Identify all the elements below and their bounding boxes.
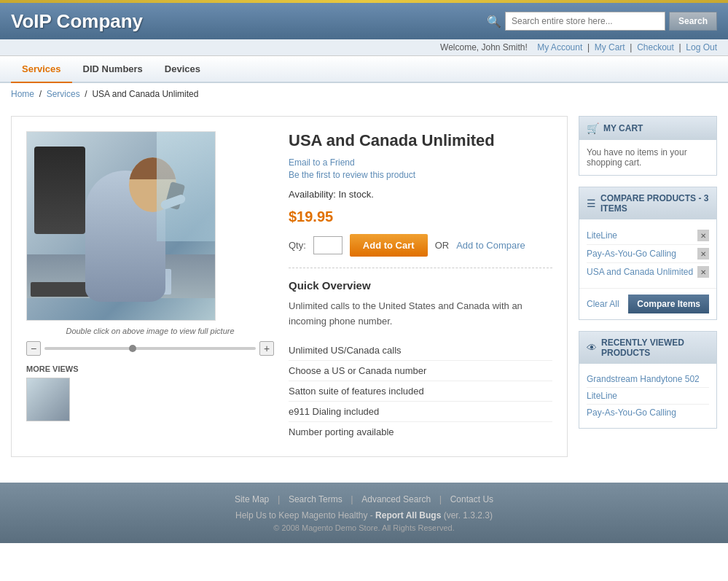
footer-report-bugs-link[interactable]: Report All Bugs bbox=[375, 510, 441, 520]
compare-item-link[interactable]: Pay-As-You-Go Calling bbox=[587, 249, 676, 259]
quick-overview-title: Quick Overview bbox=[289, 279, 552, 292]
nav-item-services[interactable]: Services bbox=[11, 56, 72, 83]
footer-sitemap-link[interactable]: Site Map bbox=[235, 494, 269, 504]
footer-separator: | bbox=[351, 494, 356, 504]
product-panel: Double click on above image to view full… bbox=[11, 116, 568, 457]
feature-list: Unlimited US/Canada calls Choose a US or… bbox=[289, 340, 552, 442]
product-image[interactable] bbox=[26, 131, 216, 321]
breadcrumb-home[interactable]: Home bbox=[11, 89, 34, 99]
logout-link[interactable]: Log Out bbox=[686, 42, 717, 52]
nav-item-did-numbers[interactable]: DID Numbers bbox=[72, 56, 154, 82]
compare-item: LiteLine ✕ bbox=[587, 227, 709, 245]
eye-icon: 👁 bbox=[587, 342, 597, 354]
recently-viewed-item: Grandstream Handytone 502 bbox=[587, 371, 709, 388]
my-cart-link[interactable]: My Cart bbox=[595, 42, 625, 52]
my-cart-body: You have no items in your shopping cart. bbox=[579, 140, 716, 175]
product-layout: Double click on above image to view full… bbox=[26, 131, 552, 442]
product-links: Email to a Friend Be the first to review… bbox=[289, 157, 552, 180]
search-icon: 🔍 bbox=[487, 15, 501, 28]
zoom-slider[interactable] bbox=[44, 347, 256, 350]
product-price: $19.95 bbox=[289, 208, 552, 225]
my-cart-title: MY CART bbox=[603, 123, 643, 133]
availability: Availability: In stock. bbox=[289, 189, 552, 200]
logo[interactable]: VoIP Company bbox=[11, 10, 143, 33]
header: VoIP Company 🔍 Search bbox=[0, 3, 728, 39]
compare-item: USA and Canada Unlimited ✕ bbox=[587, 263, 709, 281]
zoom-out-button[interactable]: − bbox=[26, 341, 41, 356]
recently-viewed-item: LiteLine bbox=[587, 388, 709, 405]
footer-contact-link[interactable]: Contact Us bbox=[450, 494, 493, 504]
footer-links: Site Map | Search Terms | Advanced Searc… bbox=[11, 494, 717, 504]
footer-separator: | bbox=[439, 494, 445, 504]
checkout-link[interactable]: Checkout bbox=[637, 42, 674, 52]
remove-compare-item-button[interactable]: ✕ bbox=[697, 230, 709, 241]
clear-all-link[interactable]: Clear All bbox=[587, 299, 619, 309]
recently-viewed-title: RECENTLY VIEWED PRODUCTS bbox=[601, 338, 709, 358]
image-caption: Double click on above image to view full… bbox=[26, 327, 274, 335]
more-views-label: MORE VIEWS bbox=[26, 364, 274, 373]
footer: Site Map | Search Terms | Advanced Searc… bbox=[0, 483, 728, 543]
product-image-area: Double click on above image to view full… bbox=[26, 131, 274, 442]
list-item: Choose a US or Canada number bbox=[289, 361, 552, 381]
footer-report: Help Us to Keep Magento Healthy - Report… bbox=[11, 510, 717, 520]
product-title: USA and Canada Unlimited bbox=[289, 131, 552, 150]
email-friend-link[interactable]: Email to a Friend bbox=[289, 157, 552, 168]
footer-version: (ver. 1.3.2.3) bbox=[444, 510, 493, 520]
qty-label: Qty: bbox=[289, 240, 306, 251]
my-account-link[interactable]: My Account bbox=[537, 42, 582, 52]
search-input[interactable] bbox=[505, 12, 665, 31]
recently-viewed-link[interactable]: LiteLine bbox=[587, 391, 617, 401]
search-button[interactable]: Search bbox=[669, 12, 717, 31]
footer-copyright: © 2008 Magento Demo Store. All Rights Re… bbox=[11, 523, 717, 532]
add-to-cart-button[interactable]: Add to Cart bbox=[350, 234, 428, 257]
empty-cart-text: You have no items in your shopping cart. bbox=[587, 147, 687, 168]
footer-advanced-search-link[interactable]: Advanced Search bbox=[361, 494, 431, 504]
compare-actions: Clear All Compare Items bbox=[579, 288, 716, 319]
navigation: Services DID Numbers Devices bbox=[0, 56, 728, 83]
recently-viewed-item: Pay-As-You-Go Calling bbox=[587, 405, 709, 421]
compare-products-header: ☰ COMPARE PRODUCTS - 3 ITEMS bbox=[579, 187, 716, 219]
recently-viewed-link[interactable]: Grandstream Handytone 502 bbox=[587, 374, 700, 384]
compare-products-title: COMPARE PRODUCTS - 3 ITEMS bbox=[600, 193, 709, 214]
logo-link[interactable]: VoIP Company bbox=[11, 10, 143, 32]
breadcrumb-services[interactable]: Services bbox=[47, 89, 80, 99]
product-thumbnail[interactable] bbox=[26, 378, 70, 421]
footer-separator: | bbox=[278, 494, 283, 504]
divider bbox=[289, 268, 552, 268]
list-item: Number porting available bbox=[289, 422, 552, 442]
my-cart-header: 🛒 MY CART bbox=[579, 117, 716, 140]
review-link[interactable]: Be the first to review this product bbox=[289, 170, 552, 180]
content-wrapper: Double click on above image to view full… bbox=[0, 105, 728, 468]
list-item: e911 Dialing included bbox=[289, 402, 552, 422]
compare-item-link[interactable]: LiteLine bbox=[587, 230, 617, 241]
search-bar: 🔍 Search bbox=[487, 12, 717, 31]
nav-item-devices[interactable]: Devices bbox=[154, 56, 211, 82]
compare-items-button[interactable]: Compare Items bbox=[628, 295, 709, 313]
compare-item: Pay-As-You-Go Calling ✕ bbox=[587, 245, 709, 263]
zoom-controls: − + bbox=[26, 341, 274, 356]
my-cart-box: 🛒 MY CART You have no items in your shop… bbox=[579, 116, 717, 176]
footer-report-text: Help Us to Keep Magento Healthy - bbox=[235, 510, 375, 520]
compare-item-link[interactable]: USA and Canada Unlimited bbox=[587, 267, 693, 277]
breadcrumb-current: USA and Canada Unlimited bbox=[92, 89, 198, 99]
qty-input[interactable] bbox=[313, 236, 343, 254]
remove-compare-item-button[interactable]: ✕ bbox=[697, 266, 709, 278]
add-to-cart-row: Qty: Add to Cart OR Add to Compare bbox=[289, 234, 552, 257]
remove-compare-item-button[interactable]: ✕ bbox=[697, 248, 709, 260]
welcome-text: Welcome, John Smith! bbox=[440, 42, 528, 52]
zoom-in-button[interactable]: + bbox=[259, 341, 274, 356]
list-item: Unlimited US/Canada calls bbox=[289, 340, 552, 361]
breadcrumb: Home / Services / USA and Canada Unlimit… bbox=[0, 83, 728, 105]
recently-viewed-box: 👁 RECENTLY VIEWED PRODUCTS Grandstream H… bbox=[579, 331, 717, 429]
recently-viewed-header: 👁 RECENTLY VIEWED PRODUCTS bbox=[579, 332, 716, 364]
list-item: Satton suite of features included bbox=[289, 381, 552, 402]
welcome-bar: Welcome, John Smith! My Account | My Car… bbox=[0, 39, 728, 56]
compare-icon: ☰ bbox=[587, 198, 596, 209]
footer-search-terms-link[interactable]: Search Terms bbox=[289, 494, 343, 504]
compare-products-body: LiteLine ✕ Pay-As-You-Go Calling ✕ USA a… bbox=[579, 219, 716, 288]
overview-text: Unlimited calls to the United States and… bbox=[289, 299, 552, 330]
recently-viewed-link[interactable]: Pay-As-You-Go Calling bbox=[587, 408, 676, 418]
product-details: USA and Canada Unlimited Email to a Frie… bbox=[289, 131, 552, 442]
add-to-compare-link[interactable]: Add to Compare bbox=[456, 240, 525, 251]
cart-icon: 🛒 bbox=[587, 122, 599, 134]
